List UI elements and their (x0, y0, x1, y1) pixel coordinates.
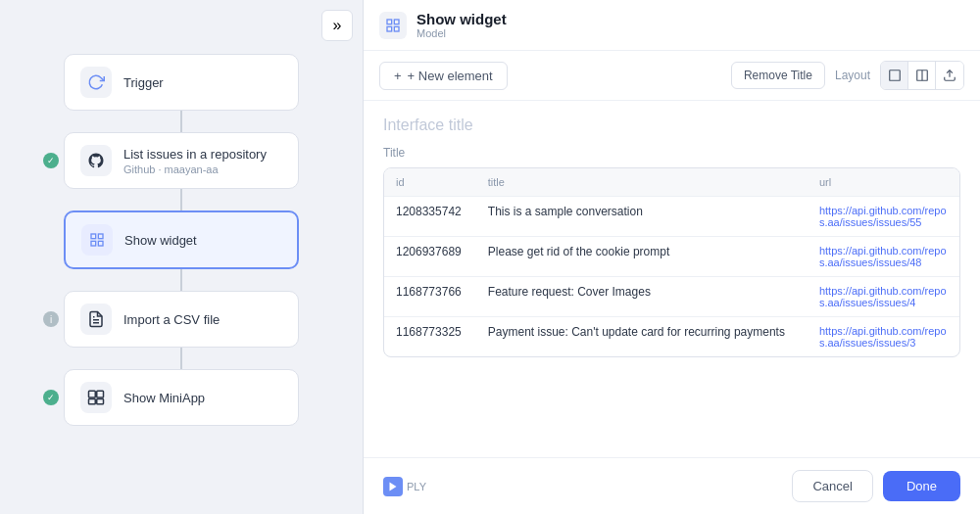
cell-url: https://api.github.com/repos.aa/issues/i… (808, 197, 959, 237)
cell-url: https://api.github.com/repos.aa/issues/i… (808, 237, 959, 277)
connector-3 (180, 269, 182, 291)
svg-rect-14 (889, 70, 900, 81)
right-header: Show widget Model (364, 0, 980, 51)
svg-rect-7 (97, 391, 104, 397)
right-footer: PLY Cancel Done (364, 457, 980, 514)
csv-icon (80, 304, 112, 335)
table-header-row: id title url (384, 168, 959, 197)
table-row: 1168773325 Payment issue: Can't update c… (384, 317, 959, 357)
svg-rect-13 (394, 26, 399, 31)
flow-node-show-miniapp[interactable]: ✓ Show MiniApp (64, 369, 299, 426)
collapse-icon: » (333, 17, 342, 34)
miniapp-icon (80, 382, 112, 413)
github-icon (80, 145, 112, 176)
cell-title: Feature request: Cover Images (476, 277, 808, 317)
flow-node-import-csv[interactable]: i Import a CSV file (64, 291, 299, 348)
cell-id: 1206937689 (384, 237, 476, 277)
svg-rect-3 (98, 241, 103, 246)
data-table: id title url 1208335742 This is a sample… (384, 168, 959, 356)
svg-marker-18 (390, 482, 397, 491)
right-panel: Show widget Model + + New element Remove… (363, 0, 980, 514)
col-header-id: id (384, 168, 476, 197)
header-text: Show widget Model (416, 11, 964, 39)
widget-icon-left (81, 224, 113, 256)
trigger-title: Trigger (123, 75, 282, 90)
cell-id: 1168773766 (384, 277, 476, 317)
ply-logo: PLY (383, 477, 426, 496)
col-header-url: url (808, 168, 959, 197)
ply-logo-text: PLY (407, 481, 426, 492)
cell-title: Payment issue: Can't update card for rec… (476, 317, 808, 357)
cell-url: https://api.github.com/repos.aa/issues/i… (808, 317, 959, 357)
status-check-1: ✓ (43, 153, 59, 168)
svg-rect-0 (91, 234, 96, 239)
svg-rect-2 (91, 241, 96, 246)
status-info-1: i (43, 311, 59, 327)
flow-node-trigger[interactable]: Trigger (64, 54, 299, 111)
svg-rect-1 (98, 234, 103, 239)
layout-label: Layout (835, 69, 870, 82)
show-widget-title: Show widget (124, 233, 281, 248)
remove-title-button[interactable]: Remove Title (731, 62, 825, 89)
flow-node-list-issues[interactable]: ✓ List issues in a repository Github · m… (64, 132, 299, 189)
right-content: Interface title Title id title url 12083… (364, 101, 980, 457)
cell-id: 1208335742 (384, 197, 476, 237)
list-issues-content: List issues in a repository Github · maa… (123, 147, 282, 175)
new-element-button[interactable]: + + New element (379, 62, 508, 90)
table-row: 1206937689 Please get rid of the cookie … (384, 237, 959, 277)
col-header-title: title (476, 168, 808, 197)
list-issues-title: List issues in a repository (123, 147, 282, 162)
widget-header-icon (379, 12, 407, 39)
table-row: 1208335742 This is a sample conversation… (384, 197, 959, 237)
status-check-2: ✓ (43, 390, 59, 405)
layout-export-btn[interactable] (936, 62, 963, 89)
table-body: 1208335742 This is a sample conversation… (384, 197, 959, 357)
show-miniapp-content: Show MiniApp (123, 391, 282, 405)
connector-4 (180, 348, 182, 369)
list-issues-subtitle: Github · maayan-aa (123, 164, 282, 175)
trigger-icon (80, 67, 112, 98)
svg-rect-11 (394, 20, 399, 24)
flow-left-panel: » Trigger ✓ List iss (0, 0, 363, 514)
collapse-button[interactable]: » (321, 10, 353, 41)
svg-rect-12 (387, 26, 392, 31)
svg-rect-10 (387, 20, 392, 24)
cell-title: Please get rid of the cookie prompt (476, 237, 808, 277)
new-element-label: + New element (408, 69, 493, 83)
data-table-wrapper: id title url 1208335742 This is a sample… (383, 167, 960, 357)
svg-rect-8 (89, 399, 96, 404)
field-label: Title (383, 146, 960, 160)
done-button[interactable]: Done (883, 471, 960, 501)
cell-title: This is a sample conversation (476, 197, 808, 237)
cell-id: 1168773325 (384, 317, 476, 357)
import-csv-content: Import a CSV file (123, 312, 282, 327)
layout-split-btn[interactable] (908, 62, 936, 89)
connector-1 (180, 111, 182, 132)
import-csv-title: Import a CSV file (123, 312, 282, 327)
layout-single-btn[interactable] (881, 62, 908, 89)
show-widget-content: Show widget (124, 233, 281, 248)
plus-icon: + (394, 69, 402, 83)
interface-title-placeholder: Interface title (383, 117, 960, 134)
svg-rect-6 (89, 391, 96, 397)
cell-url: https://api.github.com/repos.aa/issues/i… (808, 277, 959, 317)
right-toolbar: + + New element Remove Title Layout (364, 51, 980, 101)
layout-buttons (880, 61, 964, 90)
trigger-content: Trigger (123, 75, 282, 90)
connector-2 (180, 189, 182, 210)
cancel-button[interactable]: Cancel (792, 470, 872, 502)
flow-node-show-widget[interactable]: Show widget (64, 210, 299, 269)
flow-container: Trigger ✓ List issues in a repository Gi… (0, 0, 363, 445)
header-subtitle: Model (416, 27, 964, 39)
table-row: 1168773766 Feature request: Cover Images… (384, 277, 959, 317)
ply-logo-mark (383, 477, 403, 496)
svg-rect-9 (97, 399, 104, 404)
header-title: Show widget (416, 11, 964, 27)
show-miniapp-title: Show MiniApp (123, 391, 282, 405)
